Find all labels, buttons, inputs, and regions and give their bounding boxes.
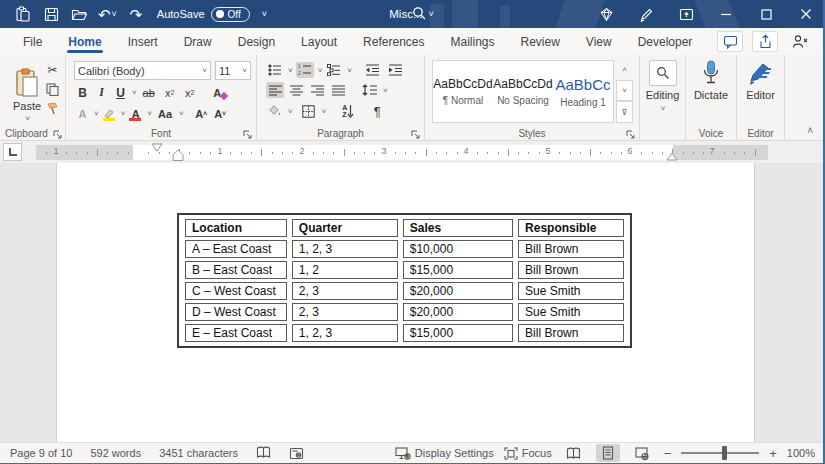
right-indent-marker[interactable] [666, 152, 678, 161]
redo-button[interactable]: ↷ [127, 5, 145, 23]
superscript-button[interactable]: x2 [181, 84, 199, 101]
align-right-button[interactable] [308, 82, 326, 98]
table-cell[interactable]: $15,000 [403, 324, 513, 342]
style-heading-1[interactable]: AaBbCc Heading 1 [553, 61, 613, 122]
display-settings-button[interactable]: Display Settings [395, 447, 494, 460]
highlight-chevron-icon[interactable]: ˅ [121, 109, 126, 118]
cut-button[interactable]: ✂ [46, 63, 59, 77]
zoom-slider-handle[interactable] [722, 446, 727, 460]
horizontal-ruler[interactable]: 11234567 [36, 145, 768, 160]
multilevel-chevron-icon[interactable]: ˅ [347, 66, 352, 75]
table-cell[interactable]: Bill Brown [518, 324, 624, 342]
tab-developer[interactable]: Developer [625, 28, 706, 55]
table-cell[interactable]: C – West Coast [185, 282, 287, 300]
strikethrough-button[interactable]: ab [139, 84, 159, 101]
undo-button[interactable]: ↶ ˅ [98, 7, 117, 22]
table-header-cell[interactable]: Sales [403, 219, 513, 237]
line-spacing-button[interactable] [359, 82, 379, 98]
table-header-cell[interactable]: Location [185, 219, 287, 237]
tab-home[interactable]: Home [55, 28, 114, 55]
tab-design[interactable]: Design [225, 28, 288, 55]
grow-font-button[interactable]: A˄ [193, 105, 210, 122]
bold-button[interactable]: B [74, 84, 91, 101]
read-mode-button[interactable] [562, 444, 586, 462]
table-cell[interactable]: Sue Smith [518, 303, 624, 321]
styles-scroll-up[interactable]: ˄ [616, 60, 633, 80]
ribbon-display-options-icon[interactable] [677, 5, 695, 23]
tab-view[interactable]: View [573, 28, 625, 55]
table-cell[interactable]: 1, 2, 3 [292, 240, 398, 258]
decrease-indent-button[interactable] [362, 62, 382, 78]
table-cell[interactable]: Sue Smith [518, 282, 624, 300]
increase-indent-button[interactable] [385, 62, 405, 78]
proofing-status-button[interactable] [256, 446, 271, 460]
table-cell[interactable]: 2, 3 [292, 303, 398, 321]
paragraph-dialog-launcher[interactable] [410, 129, 420, 139]
table-cell[interactable]: $15,000 [403, 261, 513, 279]
close-button[interactable] [797, 5, 815, 23]
editing-button[interactable]: Editing ˅ [640, 60, 685, 113]
maximize-button[interactable] [757, 5, 775, 23]
first-line-indent-marker[interactable] [151, 143, 163, 152]
highlight-button[interactable] [101, 105, 118, 122]
sort-button[interactable]: AZ [337, 103, 359, 119]
styles-more-button[interactable]: ⊽ [616, 101, 633, 123]
clipboard-icon[interactable] [14, 5, 32, 23]
change-case-chevron-icon[interactable]: ˅ [179, 109, 184, 118]
styles-dialog-launcher[interactable] [625, 129, 635, 139]
font-color-button[interactable]: A [127, 105, 144, 122]
chevron-down-icon[interactable]: ˅ [112, 10, 117, 19]
text-effects-chevron-icon[interactable]: ˅ [94, 109, 99, 118]
zoom-in-button[interactable]: + [769, 446, 777, 461]
tab-review[interactable]: Review [508, 28, 573, 55]
table-cell[interactable]: $20,000 [403, 303, 513, 321]
web-layout-button[interactable] [630, 444, 654, 462]
styles-scroll-down[interactable]: ˅ [616, 80, 633, 102]
numbering-button[interactable]: 12 [296, 62, 314, 78]
clipboard-dialog-launcher[interactable] [52, 129, 62, 139]
table-cell[interactable]: 1, 2, 3 [292, 324, 398, 342]
change-case-button[interactable]: Aa [154, 105, 176, 122]
table-cell[interactable]: Bill Brown [518, 261, 624, 279]
tab-references[interactable]: References [350, 28, 437, 55]
macro-recording-button[interactable] [289, 447, 304, 460]
tab-mailings[interactable]: Mailings [437, 28, 507, 55]
numbering-chevron-icon[interactable]: ˅ [318, 66, 323, 75]
table-cell[interactable]: 1, 2 [292, 261, 398, 279]
document-area[interactable]: Location Quarter Sales Responsible A – E… [0, 163, 823, 443]
focus-mode-button[interactable]: Focus [504, 447, 552, 460]
customize-qat-chevron-icon[interactable]: ˅ [262, 10, 267, 19]
subscript-button[interactable]: x2 [161, 84, 179, 101]
table-cell[interactable]: $20,000 [403, 282, 513, 300]
open-folder-icon[interactable] [70, 5, 88, 23]
paste-button[interactable]: Paste ˅ [7, 61, 47, 129]
format-painter-button[interactable] [46, 102, 59, 115]
autosave-toggle[interactable]: Off [211, 7, 250, 22]
page-indicator[interactable]: Page 9 of 10 [10, 447, 72, 459]
dictate-button[interactable]: Dictate [686, 60, 736, 101]
search-icon[interactable] [412, 6, 427, 25]
save-icon[interactable] [42, 5, 60, 23]
text-effects-button[interactable]: A [74, 105, 91, 122]
line-spacing-chevron-icon[interactable]: ˅ [383, 86, 388, 95]
underline-chevron-icon[interactable]: ˅ [132, 88, 137, 97]
font-color-chevron-icon[interactable]: ˅ [147, 109, 152, 118]
zoom-out-button[interactable]: − [664, 446, 672, 461]
table-cell[interactable]: Bill Brown [518, 240, 624, 258]
borders-chevron-icon[interactable]: ˅ [322, 107, 327, 116]
table-cell[interactable]: B – East Coast [185, 261, 287, 279]
word-count[interactable]: 592 words [90, 447, 141, 459]
zoom-slider[interactable] [681, 452, 759, 454]
table-cell[interactable]: A – East Coast [185, 240, 287, 258]
bullets-chevron-icon[interactable]: ˅ [288, 66, 293, 75]
minimize-button[interactable] [717, 5, 735, 23]
style-no-spacing[interactable]: AaBbCcDd No Spacing [493, 61, 553, 122]
collapse-ribbon-icon[interactable]: ˄ [807, 125, 813, 136]
shrink-font-button[interactable]: A˅ [212, 105, 229, 122]
hanging-indent-marker[interactable] [172, 150, 184, 162]
zoom-level[interactable]: 100% [787, 447, 815, 459]
ink-pen-icon[interactable] [637, 5, 655, 23]
table-cell[interactable]: 2, 3 [292, 282, 398, 300]
table-header-cell[interactable]: Quarter [292, 219, 398, 237]
table-cell[interactable]: D – West Coast [185, 303, 287, 321]
